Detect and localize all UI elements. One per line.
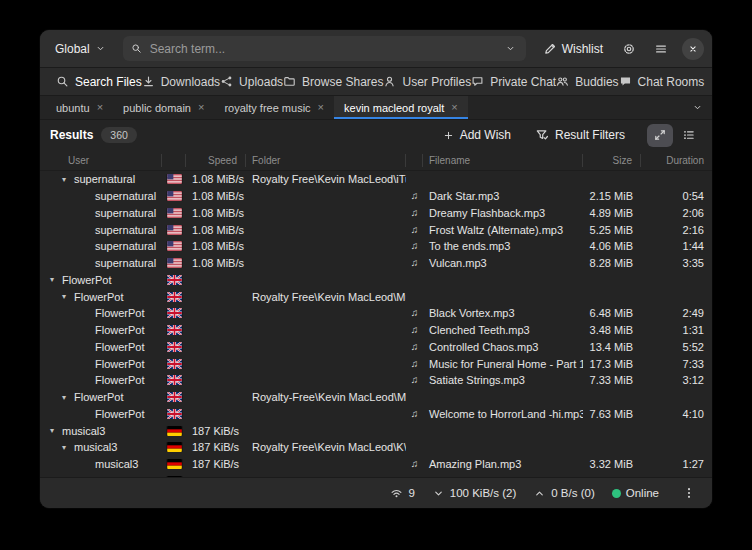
toolbar-item-browse-shares[interactable]: Browse Shares [283,75,383,89]
toolbar-item-label: Private Chat [490,75,556,89]
user-cell: supernatural [40,207,162,219]
expander-icon[interactable]: ▾ [59,443,69,452]
column-header-country[interactable] [162,154,186,167]
user-cell: ▾supernatural [40,173,162,185]
tabs-overflow-button[interactable] [682,96,712,119]
music-note-icon: ♫ [411,409,419,419]
table-row[interactable]: supernatural1.08 MiB/s♫Dark Star.mp32.15… [40,188,712,205]
music-note-icon: ♫ [411,459,419,469]
search-tab-kevin-macleod-royalt[interactable]: kevin macleod royalt× [334,96,468,119]
table-row[interactable]: supernatural1.08 MiB/s♫Vulcan.mp38.28 Mi… [40,255,712,272]
username: musical3 [74,441,117,453]
filetype-cell: ♫ [406,342,423,352]
table-row[interactable]: FlowerPot♫Music for Funeral Home - Part … [40,355,712,372]
folder-cell: Royalty Free\Kevin MacLeod\Music [246,291,406,303]
toolbar-item-chat-rooms[interactable]: Chat Rooms [619,75,705,89]
expander-icon[interactable]: ▾ [59,393,69,402]
expander-icon[interactable]: ▾ [47,275,57,284]
country-flag-cell [162,258,186,268]
user-cell: FlowerPot [40,408,162,420]
toolbar-item-uploads[interactable]: Uploads [220,75,283,89]
expander-icon[interactable]: ▾ [59,175,69,184]
search-entry[interactable] [123,36,526,61]
table-row[interactable]: FlowerPot♫Black Vortex.mp36.48 MiB2:49 [40,305,712,322]
table-row[interactable]: ▾FlowerPotRoyalty-Free\Kevin MacLeod\Mus… [40,389,712,406]
column-header-speed[interactable]: Speed [186,154,246,167]
duration-cell: 3:35 [641,257,712,269]
toolbar-item-downloads[interactable]: Downloads [142,75,220,89]
column-header-folder[interactable]: Folder [246,154,406,167]
connections-status[interactable]: 9 [390,487,414,500]
upload-speed-status[interactable]: 0 B/s (0) [533,487,594,500]
size-cell: 4.06 MiB [583,240,641,252]
connections-count: 9 [408,487,414,499]
expander-icon[interactable]: ▾ [59,292,69,301]
search-tab-ubuntu[interactable]: ubuntu× [46,96,113,119]
main-menu-button[interactable] [648,37,674,61]
filetype-cell: ♫ [406,359,423,369]
list-view-toggle[interactable] [676,124,702,147]
search-input[interactable] [148,41,493,57]
table-row[interactable]: FlowerPot♫Satiate Strings.mp37.33 MiB3:1… [40,372,712,389]
tab-close-icon[interactable]: × [198,102,204,113]
speed-cell: 1.08 MiB/s [186,190,246,202]
toolbar-item-search-files[interactable]: Search Files [56,75,142,89]
search-history-dropdown[interactable] [499,38,523,59]
table-row[interactable]: ▾supernatural1.08 MiB/sRoyalty Free\Kevi… [40,171,712,188]
table-row[interactable]: supernatural1.08 MiB/s♫Frost Waltz (Alte… [40,221,712,238]
toolbar-item-private-chat[interactable]: Private Chat [471,75,556,89]
toolbar-item-buddies[interactable]: Buddies [556,75,618,89]
size-cell: 3.48 MiB [583,324,641,336]
wishlist-button[interactable]: Wishlist [536,38,610,60]
table-row[interactable]: FlowerPot♫Welcome to HorrorLand -hi.mp37… [40,406,712,423]
preferences-button[interactable] [616,37,642,61]
country-flag-cell [162,174,186,184]
user-cell: FlowerPot [40,341,162,353]
toolbar-item-label: Buddies [575,75,618,89]
add-wish-button[interactable]: Add Wish [435,124,519,146]
status-menu-button[interactable] [676,481,702,505]
table-row[interactable]: supernatural1.08 MiB/s♫Dreamy Flashback.… [40,205,712,222]
window-close-button[interactable] [682,38,704,60]
table-row[interactable]: FlowerPot♫Controlled Chaos.mp313.4 MiB5:… [40,339,712,356]
table-row[interactable]: ▾musical3187 KiB/s [40,422,712,439]
music-note-icon: ♫ [411,225,419,235]
search-tab-public-domain[interactable]: public domain× [113,96,214,119]
search-scope-dropdown[interactable]: Global [48,38,113,60]
user-cell: ▾FlowerPot [40,391,162,403]
gb-flag-icon [167,359,182,369]
expander-icon[interactable]: ▾ [47,426,57,435]
chatrooms-icon [619,75,632,88]
online-status-button[interactable]: Online [612,487,659,499]
download-speed-status[interactable]: 100 KiB/s (2) [432,487,516,500]
column-header-size[interactable]: Size [583,154,641,167]
filetype-cell: ♫ [406,208,423,218]
duration-cell: 1:31 [641,324,712,336]
search-tab-royalty-free-music[interactable]: royalty free music× [214,96,334,119]
filename-cell: Clenched Teeth.mp3 [423,324,583,336]
column-header-duration[interactable]: Duration [641,154,712,167]
table-row[interactable]: FlowerPot♫Clenched Teeth.mp33.48 MiB1:31 [40,322,712,339]
table-row[interactable]: supernatural1.08 MiB/s♫To the ends.mp34.… [40,238,712,255]
table-row[interactable]: ▾musical3187 KiB/sRoyalty Free\Kevin Mac… [40,439,712,456]
column-header-filename[interactable]: Filename [423,154,583,167]
tab-close-icon[interactable]: × [451,102,457,113]
column-header-filetype[interactable] [406,154,423,167]
column-header-user[interactable]: User [40,154,162,167]
gb-flag-icon [167,392,182,402]
folder-cell: Royalty Free\Kevin MacLeod\K\me [246,441,406,453]
country-flag-cell [162,359,186,369]
tab-close-icon[interactable]: × [318,102,324,113]
music-note-icon: ♫ [411,308,419,318]
speed-cell: 187 KiB/s [186,425,246,437]
table-row[interactable]: ▾FlowerPot [40,272,712,289]
toolbar-item-user-profiles[interactable]: User Profiles [383,75,471,89]
user-cell: supernatural [40,240,162,252]
user-cell: ▾musical3 [40,425,162,437]
expand-collapse-toggle[interactable] [647,124,673,147]
table-row[interactable]: musical3187 KiB/s♫Amazing Plan.mp33.32 M… [40,456,712,473]
result-filters-button[interactable]: Result Filters [527,124,633,146]
table-row[interactable]: ▾FlowerPotRoyalty Free\Kevin MacLeod\Mus… [40,288,712,305]
tab-close-icon[interactable]: × [97,102,103,113]
username: FlowerPot [95,374,145,386]
